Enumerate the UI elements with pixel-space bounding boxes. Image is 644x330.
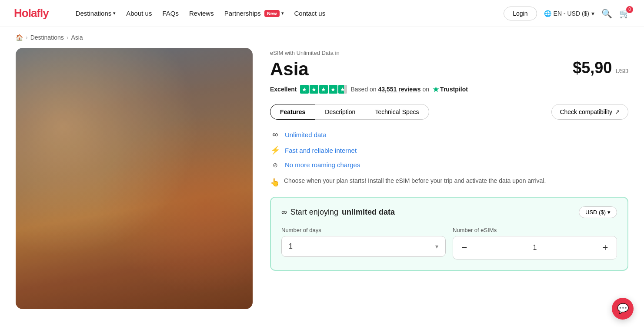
main-nav: Holafly Destinations ▾ About us FAQs Rev… (0, 0, 644, 27)
days-chevron-icon: ▾ (435, 243, 438, 250)
tab-description[interactable]: Description (315, 104, 365, 120)
product-hero-image (16, 48, 253, 309)
breadcrumb: 🏠 › Destinations › Asia (0, 27, 644, 48)
trustpilot-row: Excellent ★ ★ ★ ★ ★ Based on 43,551 revi… (270, 85, 628, 94)
esims-input-group: Number of eSIMs − 1 + (453, 227, 617, 259)
nav-destinations[interactable]: Destinations ▾ (71, 7, 120, 20)
reviews-link[interactable]: 43,551 reviews (378, 86, 421, 93)
esims-decrement-button[interactable]: − (453, 236, 476, 259)
nav-about[interactable]: About us (122, 7, 156, 20)
star-5-half: ★ (338, 85, 347, 94)
breadcrumb-destinations[interactable]: Destinations (30, 34, 64, 41)
star-4: ★ (329, 85, 337, 94)
breadcrumb-current: Asia (71, 34, 83, 41)
plan-card-header: ∞ Start enjoying unlimited data USD ($) … (281, 206, 617, 218)
cart-count: 0 (626, 6, 633, 13)
feature-fast-internet: ⚡ Fast and reliable internet (270, 145, 628, 155)
nav-faqs[interactable]: FAQs (158, 7, 183, 20)
login-button[interactable]: Login (504, 7, 537, 20)
plan-card: ∞ Start enjoying unlimited data USD ($) … (270, 197, 628, 271)
lightning-icon: ⚡ (270, 145, 280, 155)
check-compat-label: Check compatibility (560, 108, 612, 115)
nav-reviews[interactable]: Reviews (185, 7, 218, 20)
esims-increment-button[interactable]: + (594, 236, 617, 259)
logo[interactable]: Holafly (14, 7, 49, 20)
plan-info-row: 👆 Choose when your plan starts! Install … (270, 177, 628, 187)
price-currency: USD (615, 67, 628, 74)
check-compatibility-button[interactable]: Check compatibility ↗ (551, 104, 628, 120)
plan-infinity-icon: ∞ (281, 208, 287, 217)
partnerships-badge: New (264, 10, 280, 17)
price-value: $5,90 (573, 59, 612, 77)
days-input-group: Number of days 1 ▾ (281, 227, 446, 259)
esims-stepper: − 1 + (453, 236, 617, 259)
tab-features[interactable]: Features (270, 104, 315, 120)
nav-links: Destinations ▾ About us FAQs Reviews Par… (71, 7, 492, 20)
esims-value: 1 (476, 244, 594, 252)
days-label: Number of days (281, 227, 446, 233)
hero-overlay (16, 48, 253, 309)
tab-technical-specs[interactable]: Technical Specs (365, 104, 429, 120)
star-3: ★ (319, 85, 328, 94)
no-roaming-icon: ⊘ (270, 162, 280, 168)
feature-unlimited-data: ∞ Unlimited data (270, 130, 628, 139)
hand-icon: 👆 (270, 178, 280, 187)
nav-partnerships[interactable]: Partnerships New ▾ (220, 7, 288, 20)
star-1: ★ (300, 85, 309, 94)
trustpilot-stars: ★ ★ ★ ★ ★ (300, 85, 347, 94)
days-value: 1 (289, 242, 293, 250)
plan-title-bold: unlimited data (342, 208, 395, 217)
trustpilot-star-icon: ★ (433, 85, 439, 94)
cart-icon[interactable]: 🛒 0 (619, 8, 630, 19)
esim-subtitle: eSIM with Unlimited Data in (270, 50, 628, 56)
tabs-row: Features Description Technical Specs Che… (270, 104, 628, 120)
plan-title: ∞ Start enjoying unlimited data (281, 208, 395, 217)
star-2: ★ (310, 85, 318, 94)
price-block: $5,90 USD (573, 59, 628, 77)
breadcrumb-sep-1: › (26, 34, 28, 41)
days-select[interactable]: 1 ▾ (281, 236, 446, 257)
feature-no-roaming: ⊘ No more roaming charges (270, 161, 628, 168)
nav-contact[interactable]: Contact us (290, 7, 330, 20)
currency-chevron-icon: ▾ (607, 209, 611, 216)
lang-chevron-icon: ▾ (591, 10, 594, 17)
language-selector[interactable]: 🌐 EN - USD ($) ▾ (544, 10, 594, 17)
product-detail: eSIM with Unlimited Data in Asia $5,90 U… (270, 48, 628, 309)
currency-label: USD ($) (585, 209, 606, 216)
product-title: Asia (270, 59, 309, 80)
partnerships-chevron-icon: ▾ (281, 10, 284, 16)
destinations-chevron-icon: ▾ (113, 10, 116, 16)
support-chat-icon: 💬 (617, 303, 629, 309)
feature-fast-label: Fast and reliable internet (285, 147, 357, 154)
plan-inputs: Number of days 1 ▾ Number of eSIMs − 1 + (281, 227, 617, 259)
features-list: ∞ Unlimited data ⚡ Fast and reliable int… (270, 130, 628, 168)
currency-selector[interactable]: USD ($) ▾ (579, 206, 617, 218)
plan-info-text: Choose when your plan starts! Install th… (284, 177, 546, 184)
esims-label: Number of eSIMs (453, 227, 617, 233)
rating-label: Excellent (270, 86, 297, 93)
breadcrumb-home[interactable]: 🏠 (16, 34, 23, 41)
reviews-text: Based on 43,551 reviews on (350, 86, 429, 93)
globe-icon: 🌐 (544, 10, 551, 17)
trustpilot-logo: ★ Trustpilot (433, 85, 468, 94)
external-link-icon: ↗ (615, 108, 620, 115)
feature-unlimited-label: Unlimited data (285, 131, 327, 138)
nav-right: Login 🌐 EN - USD ($) ▾ 🔍 🛒 0 (504, 7, 630, 20)
feature-roaming-label: No more roaming charges (285, 161, 360, 168)
main-content: eSIM with Unlimited Data in Asia $5,90 U… (0, 48, 644, 309)
tabs-left: Features Description Technical Specs (270, 104, 429, 120)
infinity-icon: ∞ (270, 130, 280, 139)
product-title-row: Asia $5,90 USD (270, 59, 628, 80)
search-icon[interactable]: 🔍 (601, 8, 612, 19)
breadcrumb-sep-2: › (67, 34, 69, 41)
